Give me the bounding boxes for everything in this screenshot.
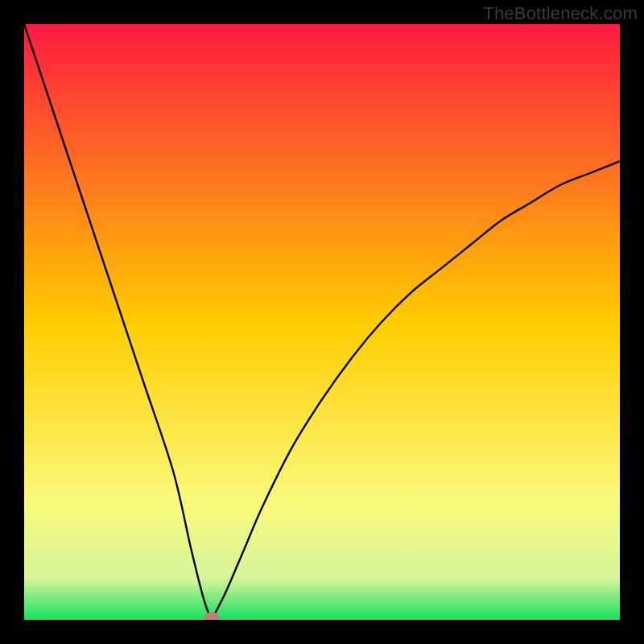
watermark-label: TheBottleneck.com [483, 3, 638, 24]
bottleneck-chart [24, 24, 620, 620]
chart-frame: TheBottleneck.com [0, 0, 644, 644]
chart-background [24, 24, 620, 620]
